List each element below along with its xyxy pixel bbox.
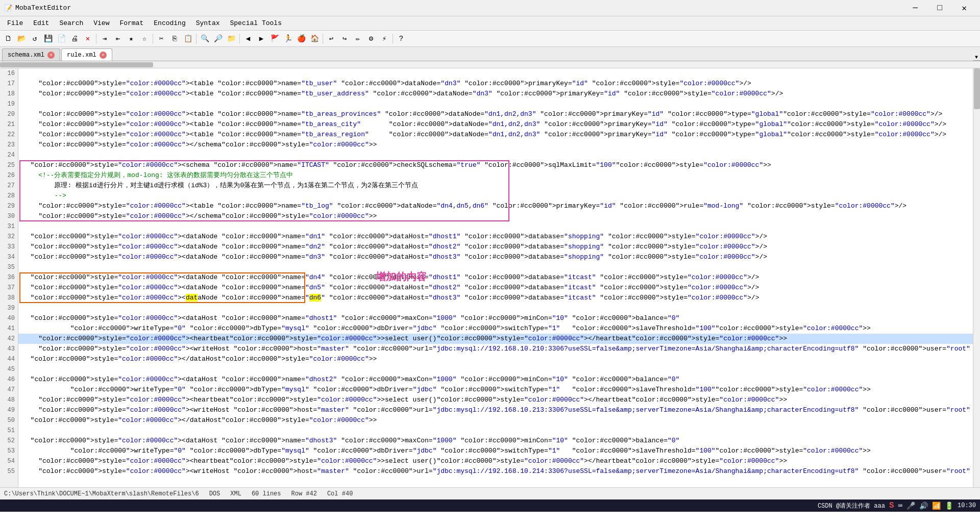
- code-line-38[interactable]: "color:#cc0000">style="color:#0000cc"><d…: [18, 293, 973, 303]
- code-line-21[interactable]: "color:#cc0000">style="color:#0000cc"><t…: [18, 119, 973, 130]
- keyboard-icon[interactable]: ⌨: [898, 502, 902, 510]
- code-line-45[interactable]: [18, 364, 973, 374]
- format-button[interactable]: ⚙: [365, 33, 377, 45]
- code-line-30[interactable]: "color:#cc0000">style="color:#0000cc"></…: [18, 211, 973, 221]
- undo-button[interactable]: ↩: [325, 33, 337, 45]
- code-line-28[interactable]: -->: [18, 191, 973, 201]
- tab-schema-xml-close[interactable]: ✕: [47, 52, 55, 59]
- new-button[interactable]: 🗋: [2, 33, 14, 45]
- paste-button[interactable]: 📋: [182, 33, 194, 45]
- csdn-icon[interactable]: S: [889, 501, 894, 510]
- code-line-50[interactable]: "color:#cc0000">style="color:#0000cc"></…: [18, 415, 973, 426]
- saveas-button[interactable]: 📄: [55, 33, 67, 45]
- code-line-37[interactable]: "color:#cc0000">style="color:#0000cc"><d…: [18, 283, 973, 293]
- code-line-52[interactable]: "color:#cc0000">style="color:#0000cc"><d…: [18, 436, 973, 446]
- code-line-49[interactable]: "color:#cc0000">style="color:#0000cc"><w…: [18, 405, 973, 415]
- menu-file[interactable]: File: [2, 17, 28, 29]
- code-line-55[interactable]: "color:#cc0000">style="color:#0000cc"><w…: [18, 466, 973, 477]
- filebrowser-button[interactable]: 📁: [225, 33, 237, 45]
- code-line-51[interactable]: [18, 426, 973, 436]
- code-line-25[interactable]: "color:#cc0000">style="color:#0000cc"><s…: [18, 160, 973, 170]
- minimize-button[interactable]: ─: [903, 0, 927, 16]
- menu-view[interactable]: View: [88, 17, 114, 29]
- code-line-20[interactable]: "color:#cc0000">style="color:#0000cc"><t…: [18, 109, 973, 119]
- print-button[interactable]: 🖨: [68, 33, 81, 45]
- code-line-33[interactable]: "color:#cc0000">style="color:#0000cc"><d…: [18, 242, 973, 252]
- code-line-23[interactable]: "color:#cc0000">style="color:#0000cc"></…: [18, 140, 973, 150]
- code-line-39[interactable]: [18, 303, 973, 313]
- code-line-35[interactable]: [18, 262, 973, 272]
- vertical-scroll-thumb[interactable]: [974, 68, 980, 109]
- menu-encoding[interactable]: Encoding: [149, 17, 190, 29]
- flag1-button[interactable]: 🚩: [268, 33, 281, 45]
- code-line-41[interactable]: "color:#cc0000">writeType="0" "color:#cc…: [18, 323, 973, 334]
- menu-syntax[interactable]: Syntax: [191, 17, 225, 29]
- code-line-48[interactable]: "color:#cc0000">style="color:#0000cc"><h…: [18, 395, 973, 405]
- menu-format[interactable]: Format: [114, 17, 149, 29]
- horizontal-scroll-thumb[interactable]: [0, 62, 153, 67]
- close-doc-button[interactable]: ✕: [82, 33, 94, 45]
- cut-button[interactable]: ✂: [155, 33, 167, 45]
- vertical-scrollbar[interactable]: [973, 68, 980, 487]
- line-number-28: 28: [0, 191, 18, 201]
- code-line-43[interactable]: "color:#cc0000">style="color:#0000cc"><w…: [18, 344, 973, 354]
- code-line-27[interactable]: 原理: 根据id进行分片，对主键id进行求模（id%3），结果为0落在第一个节点…: [18, 181, 973, 191]
- code-line-44[interactable]: "color:#cc0000">style="color:#0000cc"></…: [18, 354, 973, 364]
- code-line-42[interactable]: "color:#cc0000">style="color:#0000cc"><h…: [18, 334, 973, 344]
- redo-button[interactable]: ↪: [338, 33, 351, 45]
- code-line-26[interactable]: <!--分表需要指定分片规则，mod-long: 这张表的数据需要均匀分散在这三…: [18, 170, 973, 181]
- code-line-36[interactable]: "color:#cc0000">style="color:#0000cc"><d…: [18, 272, 973, 283]
- outdent-button[interactable]: ⇤: [112, 33, 124, 45]
- code-line-54[interactable]: "color:#cc0000">style="color:#0000cc"><h…: [18, 456, 973, 466]
- pencil-button[interactable]: ✏: [352, 33, 364, 45]
- tab-scroll-right[interactable]: ▼: [973, 55, 980, 61]
- copy-button[interactable]: ⎘: [168, 33, 181, 45]
- bookmark2-button[interactable]: ☆: [138, 33, 151, 45]
- code-line-24[interactable]: [18, 150, 973, 160]
- line-number-30: 30: [0, 211, 18, 221]
- indent-button[interactable]: ⇥: [99, 33, 111, 45]
- code-line-16[interactable]: [18, 68, 973, 79]
- line-number-52: 52: [0, 436, 18, 446]
- tab-schema-xml[interactable]: schema.xml ✕: [2, 48, 60, 61]
- settings-button[interactable]: ⚡: [378, 33, 390, 45]
- tab-rule-xml-close[interactable]: ✕: [100, 52, 107, 59]
- prev-button[interactable]: ◀: [242, 33, 254, 45]
- code-line-47[interactable]: "color:#cc0000">writeType="0" "color:#cc…: [18, 385, 973, 395]
- next-button[interactable]: ▶: [255, 33, 267, 45]
- menu-special-tools[interactable]: Special Tools: [225, 17, 287, 29]
- code-line-22[interactable]: "color:#cc0000">style="color:#0000cc"><t…: [18, 130, 973, 140]
- bookmark-button[interactable]: ★: [125, 33, 137, 45]
- replace-button[interactable]: 🔎: [212, 33, 224, 45]
- network-icon[interactable]: 📶: [932, 502, 941, 510]
- code-line-18[interactable]: "color:#cc0000">style="color:#0000cc"><t…: [18, 89, 973, 99]
- battery-icon[interactable]: 🔋: [945, 502, 953, 510]
- code-line-29[interactable]: "color:#cc0000">style="color:#0000cc"><t…: [18, 201, 973, 211]
- maximize-button[interactable]: □: [928, 0, 951, 16]
- code-line-46[interactable]: "color:#cc0000">style="color:#0000cc"><d…: [18, 374, 973, 385]
- search-button[interactable]: 🔍: [199, 33, 211, 45]
- code-line-32[interactable]: "color:#cc0000">style="color:#0000cc"><d…: [18, 232, 973, 242]
- reload-button[interactable]: ↺: [29, 33, 41, 45]
- menu-edit[interactable]: Edit: [28, 17, 54, 29]
- line-number-16: 16: [0, 68, 18, 79]
- code-line-40[interactable]: "color:#cc0000">style="color:#0000cc"><d…: [18, 313, 973, 323]
- close-button[interactable]: ✕: [952, 0, 976, 16]
- code-line-31[interactable]: [18, 221, 973, 232]
- menu-search[interactable]: Search: [54, 17, 88, 29]
- microphone-icon[interactable]: 🎤: [906, 502, 915, 510]
- horizontal-scrollbar[interactable]: [0, 61, 980, 68]
- save-button[interactable]: 💾: [42, 33, 54, 45]
- flag3-button[interactable]: 🍎: [295, 33, 307, 45]
- code-line-19[interactable]: [18, 99, 973, 109]
- help-button[interactable]: ?: [395, 33, 407, 45]
- code-area[interactable]: "color:#cc0000">style="color:#0000cc"><t…: [18, 68, 973, 487]
- code-line-53[interactable]: "color:#cc0000">writeType="0" "color:#cc…: [18, 446, 973, 456]
- open-button[interactable]: 📂: [15, 33, 28, 45]
- speaker-icon[interactable]: 🔊: [919, 502, 928, 510]
- code-line-17[interactable]: "color:#cc0000">style="color:#0000cc"><t…: [18, 79, 973, 89]
- flag4-button[interactable]: 🏠: [308, 33, 321, 45]
- code-line-34[interactable]: "color:#cc0000">style="color:#0000cc"><d…: [18, 252, 973, 262]
- flag2-button[interactable]: 🏃: [282, 33, 294, 45]
- tab-rule-xml[interactable]: rule.xml ✕: [61, 48, 112, 61]
